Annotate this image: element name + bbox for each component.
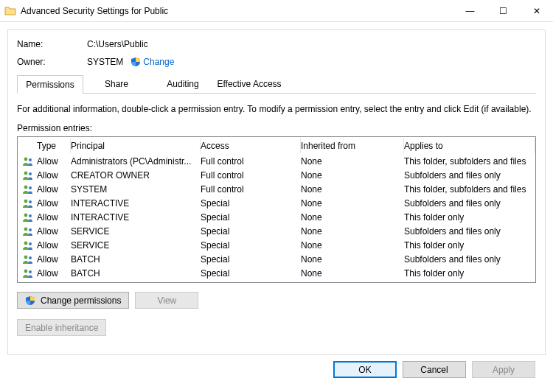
apply-button: Apply [472, 361, 535, 378]
cell-access: Full control [201, 156, 301, 167]
cell-type: Allow [37, 254, 71, 265]
cell-principal: BATCH [71, 254, 201, 265]
users-icon [22, 268, 37, 279]
enable-inheritance-button: Enable inheritance [17, 319, 106, 336]
cell-principal: Administrators (PC\Administr... [71, 156, 201, 167]
svg-point-5 [29, 186, 32, 189]
cell-inherited: None [301, 268, 404, 279]
close-button[interactable]: ✕ [520, 0, 553, 22]
svg-point-13 [29, 242, 32, 245]
cell-inherited: None [301, 198, 404, 209]
cell-type: Allow [37, 156, 71, 167]
cell-access: Special [201, 212, 301, 223]
svg-point-4 [24, 185, 28, 189]
cell-inherited: None [301, 184, 404, 195]
change-permissions-button[interactable]: Change permissions [17, 292, 129, 309]
cell-applies: This folder, subfolders and files [404, 156, 535, 167]
svg-point-3 [29, 172, 32, 175]
svg-point-10 [24, 227, 28, 231]
tabs: Permissions Share Auditing Effective Acc… [17, 74, 536, 94]
cell-access: Special [201, 254, 301, 265]
cell-applies: This folder only [404, 268, 535, 279]
cell-applies: Subfolders and files only [404, 170, 535, 181]
table-row[interactable]: AllowAdministrators (PC\Administr...Full… [18, 154, 535, 168]
table-row[interactable]: AllowINTERACTIVESpecialNoneSubfolders an… [18, 196, 535, 210]
users-icon [22, 212, 37, 223]
tab-effective-access[interactable]: Effective Access [216, 74, 282, 93]
table-row[interactable]: AllowCREATOR OWNERFull controlNoneSubfol… [18, 168, 535, 182]
permissions-grid: Type Principal Access Inherited from App… [17, 136, 536, 283]
ok-button[interactable]: OK [333, 361, 397, 378]
svg-point-15 [29, 256, 32, 259]
change-owner-link[interactable]: Change [143, 57, 174, 67]
col-inherited[interactable]: Inherited from [301, 139, 404, 153]
cell-inherited: None [301, 170, 404, 181]
svg-point-0 [24, 157, 28, 161]
tab-share[interactable]: Share [83, 74, 150, 93]
cell-inherited: None [301, 156, 404, 167]
users-icon [22, 184, 37, 195]
cell-type: Allow [37, 198, 71, 209]
svg-point-11 [29, 228, 32, 231]
titlebar: Advanced Security Settings for Public — … [0, 0, 553, 22]
owner-row: Owner: SYSTEM Change [17, 57, 536, 67]
cell-applies: This folder only [404, 212, 535, 223]
name-label: Name: [17, 39, 87, 49]
table-row[interactable]: AllowBATCHSpecialNoneSubfolders and file… [18, 252, 535, 266]
svg-point-16 [24, 269, 28, 273]
users-icon [22, 226, 37, 237]
grid-header: Type Principal Access Inherited from App… [18, 137, 535, 154]
cell-access: Special [201, 226, 301, 237]
cell-inherited: None [301, 254, 404, 265]
info-text: For additional information, double-click… [17, 104, 536, 114]
folder-icon [4, 5, 16, 17]
col-applies[interactable]: Applies to [404, 139, 535, 153]
table-row[interactable]: AllowBATCHSpecialNoneThis folder only [18, 266, 535, 280]
users-icon [22, 198, 37, 209]
svg-point-6 [24, 199, 28, 203]
cell-type: Allow [37, 184, 71, 195]
users-icon [22, 156, 37, 167]
minimize-button[interactable]: — [453, 0, 487, 22]
col-access[interactable]: Access [201, 139, 301, 153]
cell-inherited: None [301, 226, 404, 237]
entries-label: Permission entries: [17, 123, 536, 133]
shield-icon [131, 57, 141, 67]
name-value: C:\Users\Public [87, 39, 148, 49]
users-icon [22, 170, 37, 181]
svg-point-2 [24, 171, 28, 175]
tab-auditing[interactable]: Auditing [150, 74, 216, 93]
tab-permissions[interactable]: Permissions [17, 75, 83, 94]
shield-icon [25, 295, 35, 306]
maximize-button[interactable]: ☐ [487, 0, 520, 22]
cell-type: Allow [37, 268, 71, 279]
table-row[interactable]: AllowSERVICESpecialNoneThis folder only [18, 238, 535, 252]
users-icon [22, 254, 37, 265]
users-icon [22, 240, 37, 251]
col-principal[interactable]: Principal [71, 139, 201, 153]
table-row[interactable]: AllowSERVICESpecialNoneSubfolders and fi… [18, 224, 535, 238]
table-row[interactable]: AllowINTERACTIVESpecialNoneThis folder o… [18, 210, 535, 224]
table-row[interactable]: AllowSYSTEMFull controlNoneThis folder, … [18, 182, 535, 196]
svg-point-12 [24, 241, 28, 245]
cell-type: Allow [37, 226, 71, 237]
main-panel: Name: C:\Users\Public Owner: SYSTEM Chan… [7, 29, 546, 355]
window-title: Advanced Security Settings for Public [21, 6, 453, 16]
view-label: View [157, 295, 176, 306]
cell-access: Full control [201, 184, 301, 195]
cell-principal: INTERACTIVE [71, 198, 201, 209]
svg-point-8 [24, 213, 28, 217]
svg-point-1 [29, 158, 32, 161]
col-type[interactable]: Type [37, 139, 71, 153]
svg-point-17 [29, 270, 32, 273]
cell-principal: SYSTEM [71, 184, 201, 195]
cell-principal: CREATOR OWNER [71, 170, 201, 181]
svg-point-7 [29, 200, 32, 203]
cell-access: Special [201, 268, 301, 279]
cell-applies: Subfolders and files only [404, 226, 535, 237]
cell-principal: INTERACTIVE [71, 212, 201, 223]
cell-applies: This folder, subfolders and files [404, 184, 535, 195]
name-row: Name: C:\Users\Public [17, 39, 536, 49]
view-button: View [135, 292, 198, 309]
cancel-button[interactable]: Cancel [403, 361, 466, 378]
